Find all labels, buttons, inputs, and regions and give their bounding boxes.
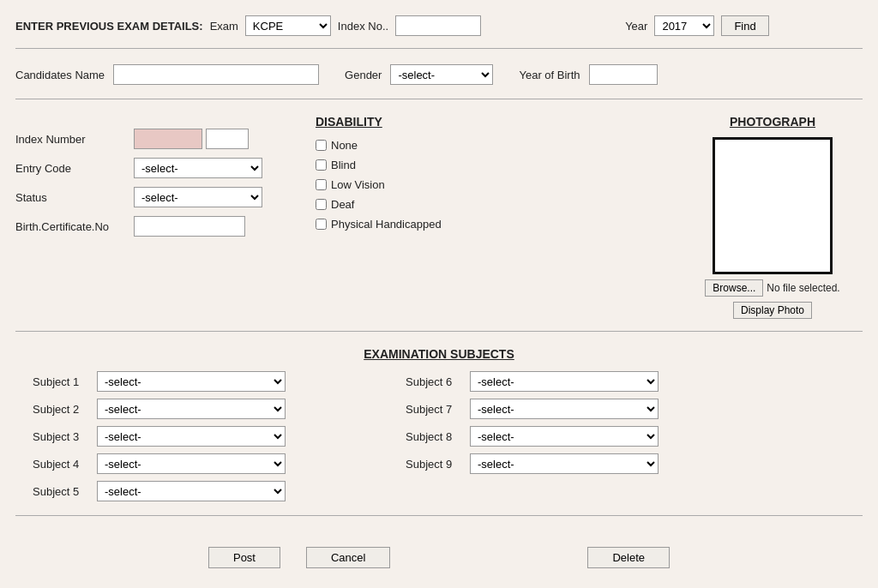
year-of-birth-input[interactable] (589, 64, 658, 85)
disability-none[interactable]: None (316, 139, 358, 152)
subject1-label: Subject 1 (33, 375, 88, 388)
index-no-input[interactable] (395, 15, 481, 36)
subject5-label: Subject 5 (33, 485, 88, 498)
post-button[interactable]: Post (208, 547, 280, 568)
list-item: Subject 4 -select- (33, 453, 286, 474)
disability-physical-checkbox[interactable] (316, 219, 327, 230)
subject8-label: Subject 8 (406, 430, 461, 443)
disability-low-vision-checkbox[interactable] (316, 179, 327, 190)
gender-select[interactable]: -select- Male Female (390, 64, 493, 85)
list-item: Subject 3 -select- (33, 426, 286, 447)
index-no-label: Index No.. (338, 20, 388, 33)
index-number-part1[interactable] (134, 129, 202, 149)
subject1-select[interactable]: -select- (97, 371, 286, 392)
exam-label: Exam (210, 20, 238, 33)
list-item: Subject 8 -select- (406, 426, 658, 447)
candidates-name-label: Candidates Name (15, 69, 105, 81)
birth-cert-label: Birth.Certificate.No (15, 220, 127, 233)
subject9-select[interactable]: -select- (470, 453, 658, 474)
subject9-label: Subject 9 (406, 458, 461, 471)
birth-cert-input[interactable] (134, 216, 245, 237)
candidates-name-input[interactable] (113, 64, 319, 85)
list-item: Subject 7 -select- (406, 399, 658, 419)
disability-none-checkbox[interactable] (316, 140, 327, 151)
disability-title: DISABILITY (316, 115, 382, 129)
status-select[interactable]: -select- (134, 187, 262, 207)
subject4-label: Subject 4 (33, 458, 88, 471)
disability-blind-checkbox[interactable] (316, 159, 327, 171)
subject8-select[interactable]: -select- (470, 426, 658, 447)
list-item: Subject 9 -select- (406, 453, 658, 474)
year-label: Year (625, 20, 647, 33)
subject6-select[interactable]: -select- (470, 371, 658, 392)
subject5-select[interactable]: -select- (97, 481, 286, 501)
index-number-label: Index Number (15, 133, 127, 146)
subjects-title: EXAMINATION SUBJECTS (15, 347, 863, 361)
photograph-title: PHOTOGRAPH (730, 115, 815, 129)
subject2-label: Subject 2 (33, 403, 88, 416)
entry-code-label: Entry Code (15, 162, 127, 175)
enter-exam-details-label: ENTER PREVIOUS EXAM DETAILS: (15, 20, 203, 33)
subject7-select[interactable]: -select- (470, 399, 658, 419)
subject3-select[interactable]: -select- (97, 426, 286, 447)
no-file-label: No file selected. (767, 282, 839, 294)
entry-code-select[interactable]: -select- (134, 158, 262, 178)
list-item: Subject 6 -select- (406, 371, 658, 392)
subject3-label: Subject 3 (33, 430, 88, 443)
yob-label: Year of Birth (519, 69, 580, 81)
year-select[interactable]: 2017 2016 2018 (654, 15, 714, 36)
find-button[interactable]: Find (721, 15, 768, 36)
list-item: Subject 1 -select- (33, 371, 286, 392)
disability-deaf[interactable]: Deaf (316, 198, 354, 211)
delete-button[interactable]: Delete (587, 547, 670, 568)
cancel-button[interactable]: Cancel (306, 547, 390, 568)
photo-box (713, 137, 833, 274)
subject6-label: Subject 6 (406, 375, 461, 388)
exam-select[interactable]: KCPE KCSE (245, 15, 331, 36)
subject2-select[interactable]: -select- (97, 399, 286, 419)
list-item: Subject 2 -select- (33, 399, 286, 419)
subject4-select[interactable]: -select- (97, 453, 286, 474)
disability-blind[interactable]: Blind (316, 159, 356, 171)
display-photo-button[interactable]: Display Photo (733, 302, 812, 319)
disability-deaf-checkbox[interactable] (316, 199, 327, 210)
browse-button[interactable]: Browse... (705, 279, 763, 297)
disability-physical[interactable]: Physical Handicapped (316, 218, 442, 231)
subject7-label: Subject 7 (406, 403, 461, 416)
disability-low-vision[interactable]: Low Vision (316, 178, 385, 191)
index-number-part2[interactable] (206, 129, 249, 149)
status-label: Status (15, 191, 127, 204)
list-item: Subject 5 -select- (33, 481, 286, 501)
gender-label: Gender (345, 69, 382, 81)
